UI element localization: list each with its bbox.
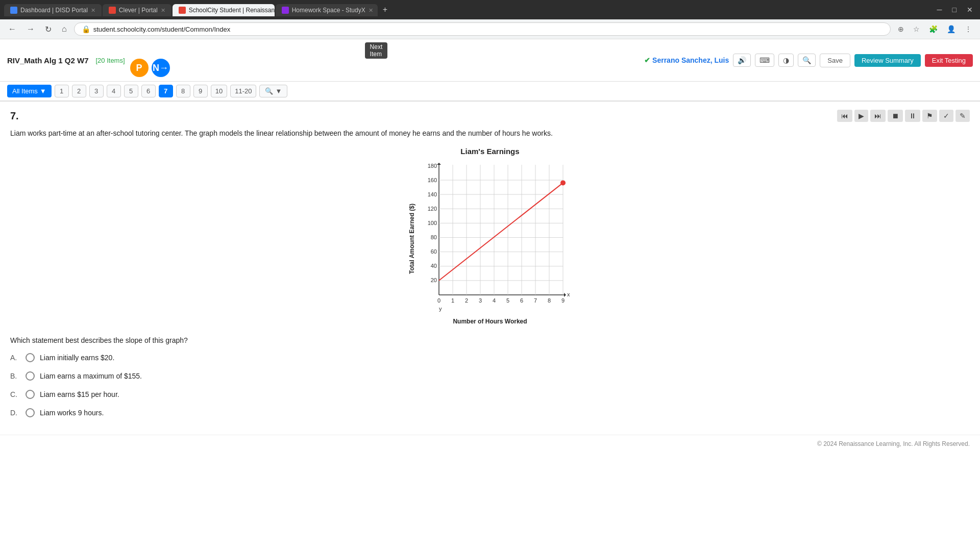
search-dropdown-icon: ▼: [275, 87, 282, 95]
toolbar-right: ✔ Serrano Sanchez, Luis 🔊 ⌨ ◑ 🔍 Save Rev…: [644, 54, 973, 67]
tab-bar: Dashboard | DISD Portal ✕ Clever | Porta…: [4, 3, 391, 16]
svg-text:8: 8: [548, 297, 551, 304]
save-button[interactable]: Save: [820, 54, 850, 67]
radio-a[interactable]: [26, 353, 35, 362]
tab-studyx[interactable]: Homework Space - StudyX ✕: [276, 4, 378, 16]
choice-a-text: Liam initially earns $20.: [40, 354, 114, 362]
prev-nav-button[interactable]: P: [130, 59, 149, 77]
item-3-button[interactable]: 3: [89, 85, 104, 97]
maximize-button[interactable]: □: [949, 5, 960, 15]
audio-button[interactable]: 🔊: [733, 54, 751, 67]
x-axis-name-x: x: [567, 291, 570, 297]
tab-dashboard[interactable]: Dashboard | DISD Portal ✕: [4, 4, 102, 16]
zoom-icon[interactable]: ⊕: [895, 23, 907, 35]
search-icon: 🔍: [265, 87, 273, 95]
choice-a-letter: A.: [10, 354, 20, 362]
tab-favicon-4: [282, 7, 289, 14]
answer-choices: A. Liam initially earns $20. B. Liam ear…: [10, 353, 970, 417]
item-10-button[interactable]: 10: [211, 85, 227, 97]
bookmark-icon[interactable]: ☆: [910, 23, 923, 35]
tab-schoolcity[interactable]: SchoolCity Student | Renaissan... ✕: [173, 4, 275, 16]
all-items-label: All Items: [12, 87, 38, 95]
close-button[interactable]: ✕: [964, 5, 976, 15]
user-name-text: Serrano Sanchez, Luis: [652, 56, 729, 64]
stop-button[interactable]: ⏹: [888, 110, 903, 122]
back-button[interactable]: ←: [5, 23, 19, 35]
url-text: student.schoolcity.com/student/Common/In…: [93, 26, 231, 33]
x-axis-labels: 0 1 2 3 4 5 6 7 8 9: [437, 297, 565, 304]
svg-text:80: 80: [431, 234, 437, 240]
radio-d[interactable]: [26, 408, 35, 417]
choice-d-letter: D.: [10, 409, 20, 417]
test-title: RIV_Math Alg 1 Q2 W7: [7, 56, 88, 65]
contrast-button[interactable]: ◑: [778, 54, 794, 67]
tab-close-1[interactable]: ✕: [91, 7, 95, 14]
forward-button[interactable]: →: [23, 23, 38, 35]
menu-icon[interactable]: ⋮: [962, 23, 975, 35]
svg-marker-2: [564, 293, 566, 297]
user-name[interactable]: ✔ Serrano Sanchez, Luis: [644, 56, 729, 64]
item-9-button[interactable]: 9: [193, 85, 208, 97]
x-axis-label: Number of Hours Worked: [453, 318, 527, 325]
check-answer-button[interactable]: ✓: [939, 110, 953, 122]
svg-text:0: 0: [437, 297, 440, 304]
grid-lines: [439, 165, 563, 295]
play-button[interactable]: ▶: [854, 110, 868, 122]
item-7-button[interactable]: 7: [159, 85, 173, 97]
rewind-button[interactable]: ⏮: [837, 110, 852, 122]
tab-close-4[interactable]: ✕: [369, 7, 373, 14]
question-text: Liam works part-time at an after-school …: [10, 128, 970, 139]
radio-b[interactable]: [26, 371, 35, 381]
item-2-button[interactable]: 2: [72, 85, 86, 97]
item-8-button[interactable]: 8: [176, 85, 190, 97]
url-bar[interactable]: 🔒 student.schoolcity.com/student/Common/…: [74, 22, 891, 36]
tab-favicon-3: [179, 7, 186, 14]
item-4-button[interactable]: 4: [107, 85, 121, 97]
all-items-dropdown[interactable]: All Items ▼: [7, 85, 52, 97]
svg-text:7: 7: [534, 297, 537, 304]
tab-clever[interactable]: Clever | Portal ✕: [103, 4, 172, 16]
item-1-button[interactable]: 1: [55, 85, 69, 97]
item-5-button[interactable]: 5: [124, 85, 138, 97]
extensions-icon[interactable]: 🧩: [926, 23, 941, 35]
choice-c[interactable]: C. Liam earns $15 per hour.: [10, 390, 970, 399]
choice-c-text: Liam earns $15 per hour.: [40, 390, 119, 398]
tab-close-2[interactable]: ✕: [161, 7, 165, 14]
pause-button[interactable]: ⏸: [905, 110, 920, 122]
home-button[interactable]: ⌂: [59, 23, 70, 35]
review-summary-button[interactable]: Review Summary: [854, 54, 921, 67]
address-bar: ← → ↻ ⌂ 🔒 student.schoolcity.com/student…: [0, 19, 980, 39]
app-toolbar: RIV_Math Alg 1 Q2 W7 [20 Items] Next Ite…: [0, 39, 980, 82]
svg-marker-3: [437, 163, 441, 165]
choice-a[interactable]: A. Liam initially earns $20.: [10, 353, 970, 362]
radio-c[interactable]: [26, 390, 35, 399]
question-header: 7. ⏮ ▶ ⏭ ⏹ ⏸ ⚑ ✓ ✎: [10, 110, 970, 122]
tab-label-2: Clever | Portal: [119, 7, 158, 14]
minimize-button[interactable]: ─: [934, 5, 945, 15]
user-check-icon: ✔: [644, 56, 650, 64]
tab-favicon-2: [109, 7, 116, 14]
item-6-button[interactable]: 6: [141, 85, 156, 97]
flag-button[interactable]: ⚑: [922, 110, 937, 122]
keyboard-button[interactable]: ⌨: [755, 54, 774, 67]
svg-text:120: 120: [428, 206, 437, 212]
svg-text:1: 1: [451, 297, 454, 304]
profile-icon[interactable]: 👤: [944, 23, 959, 35]
fast-forward-button[interactable]: ⏭: [870, 110, 886, 122]
choice-d[interactable]: D. Liam works 9 hours.: [10, 408, 970, 417]
edit-button[interactable]: ✎: [955, 110, 970, 122]
next-nav-button[interactable]: N→: [152, 59, 170, 77]
lock-icon: 🔒: [82, 25, 90, 33]
zoom-test-button[interactable]: 🔍: [798, 54, 816, 67]
new-tab-button[interactable]: +: [379, 3, 391, 16]
reload-button[interactable]: ↻: [42, 23, 55, 35]
tab-favicon-1: [10, 7, 17, 14]
choice-b[interactable]: B. Liam earns a maximum of $155.: [10, 371, 970, 381]
svg-text:100: 100: [428, 220, 437, 226]
question-prompt: Which statement best describes the slope…: [10, 335, 970, 346]
svg-text:2: 2: [465, 297, 468, 304]
item-range-button[interactable]: 11-20: [230, 85, 256, 97]
search-question-button[interactable]: 🔍 ▼: [259, 85, 287, 97]
chart-wrapper: Total Amount Earned ($): [408, 160, 572, 318]
exit-testing-button[interactable]: Exit Testing: [925, 54, 973, 67]
